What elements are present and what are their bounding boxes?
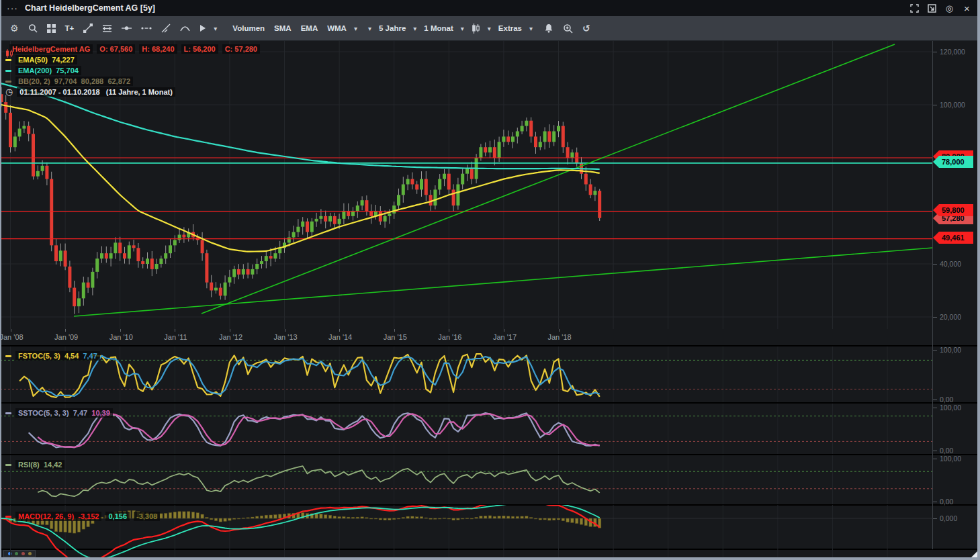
y-axis-tick <box>933 518 937 519</box>
more-indicators-dropdown-icon[interactable]: ▾ <box>365 25 374 32</box>
window-menu-icon[interactable]: ··· <box>7 5 18 11</box>
y-axis-tick <box>933 317 937 318</box>
search-icon[interactable] <box>24 19 42 38</box>
x-axis-tick <box>230 329 230 332</box>
panel-dot[interactable] <box>15 552 18 555</box>
toolbar: ⚙ T+ <box>0 16 980 41</box>
legend-bb-row[interactable]: BB(20, 2) 97,704 80,288 62,872 <box>5 77 260 86</box>
zoom-in-icon[interactable] <box>558 19 578 38</box>
fstoc-legend[interactable]: FSTOC(5, 3) 4,54 7,47 <box>5 351 100 362</box>
y-axis-tick <box>933 459 937 459</box>
x-axis-label: Jan '09 <box>54 333 78 341</box>
tools-dropdown-icon[interactable]: ▾ <box>211 25 220 32</box>
period-button[interactable]: 5 Jahre <box>374 19 410 38</box>
fstoc-plot[interactable] <box>0 346 933 403</box>
x-axis-tick <box>11 329 11 332</box>
y-axis-label: 100,000 <box>940 101 965 109</box>
x-axis-tick <box>394 329 395 332</box>
layout-grid-icon[interactable] <box>42 19 60 38</box>
sstoc-d-line <box>38 414 599 447</box>
x-axis-label: Jan '18 <box>548 333 572 341</box>
horizontal-line-tool-icon[interactable] <box>117 19 136 38</box>
undo-icon[interactable]: ↺ <box>578 19 595 38</box>
popout-icon[interactable] <box>927 3 937 13</box>
y-axis-tick <box>933 264 937 265</box>
ema200-value: 75,704 <box>56 66 79 75</box>
panel-dot[interactable] <box>21 552 25 555</box>
ema200-dash-icon <box>5 70 11 72</box>
rsi-legend[interactable]: RSI(8) 14,42 <box>5 460 64 471</box>
ema50-label: EMA(50) <box>18 56 48 64</box>
wma-button[interactable]: WMA <box>322 19 351 38</box>
chart-type-candle-icon[interactable] <box>467 19 485 38</box>
legend-quote-row[interactable]: HeidelbergCement AG O: 67,560 H: 68,240 … <box>5 44 260 54</box>
window-edge-right[interactable] <box>977 0 980 560</box>
interval-dropdown-icon[interactable]: ▾ <box>458 25 467 32</box>
window-edge-left[interactable] <box>0 0 1 560</box>
y-axis-label: 20,000 <box>940 313 961 321</box>
x-axis-label: Jan '10 <box>109 333 133 341</box>
x-axis-tick <box>285 329 285 332</box>
ema50-line <box>1 105 600 252</box>
sstoc-dash-icon <box>5 412 11 414</box>
fstoc-d-value: 7,47 <box>83 352 97 360</box>
macd-legend[interactable]: MACD(12, 26, 9) -3,152 0,156 -3,308 <box>5 512 160 522</box>
arc-tool-icon[interactable] <box>175 19 195 38</box>
trend-line <box>202 44 895 314</box>
price-tag[interactable]: 49,461 <box>933 232 973 244</box>
rsi-dash-icon <box>5 464 11 466</box>
rsi-value: 14,42 <box>44 461 62 469</box>
x-axis-tick <box>559 329 560 332</box>
x-axis-tick <box>120 329 121 332</box>
fstoc-k-value: 4,54 <box>64 352 79 360</box>
y-axis-tick <box>933 105 937 105</box>
ema-button[interactable]: EMA <box>296 19 323 38</box>
dotted-line-tool-icon[interactable] <box>136 19 157 38</box>
extras-dropdown-icon[interactable]: ▾ <box>527 25 535 32</box>
interval-button[interactable]: 1 Monat <box>419 19 457 38</box>
clock-icon: ◷ <box>5 87 13 97</box>
ema200-label: EMA(200) <box>18 66 52 75</box>
alert-bell-icon[interactable] <box>539 19 558 38</box>
close-icon[interactable]: × <box>962 3 972 13</box>
eraser-tool-icon[interactable] <box>157 19 175 38</box>
sma-button[interactable]: SMA <box>269 19 296 38</box>
indicator-dropdown-icon[interactable]: ▾ <box>351 25 360 32</box>
x-axis-label: Jan '11 <box>164 333 187 341</box>
x-axis-label: Jan '16 <box>438 333 461 341</box>
panel-dot[interactable] <box>8 552 11 555</box>
forecast-tool-icon[interactable] <box>195 19 211 38</box>
x-axis: Jan '08Jan '09Jan '10Jan '11Jan '12Jan '… <box>0 329 933 346</box>
x-axis-label: Jan '12 <box>219 333 242 341</box>
x-axis-label: Jan '15 <box>384 333 407 341</box>
resize-handle[interactable] <box>971 551 977 557</box>
sstoc-legend[interactable]: SSTOC(5, 3, 3) 7,47 10,39 <box>5 408 113 419</box>
rsi-plot[interactable] <box>0 455 933 505</box>
fibonacci-tool-icon[interactable] <box>97 19 117 38</box>
legend-ema200-row[interactable]: EMA(200) 75,704 <box>5 66 260 75</box>
bb-upper: 97,704 <box>54 77 77 85</box>
fullscreen-icon[interactable] <box>909 3 920 13</box>
x-axis-label: Jan '14 <box>328 333 352 341</box>
ema50-dash-icon <box>5 59 11 61</box>
legend-ema50-row[interactable]: EMA(50) 74,227 <box>5 55 260 64</box>
panel-dot[interactable] <box>28 552 32 555</box>
price-tag[interactable]: 59,800 <box>933 204 973 216</box>
extras-button[interactable]: Extras <box>494 19 527 38</box>
x-axis-label: Jan '17 <box>493 333 517 341</box>
range-period: 01.11.2007 - 01.10.2018 <box>19 88 99 96</box>
period-dropdown-icon[interactable]: ▾ <box>410 25 419 32</box>
settings-gear-icon[interactable]: ⚙ <box>5 19 24 38</box>
record-icon[interactable]: ◎ <box>944 3 954 13</box>
chart-type-dropdown-icon[interactable]: ▾ <box>485 25 494 32</box>
chart-window: ··· Chart HeidelbergCement AG [5y] ◎ × ⚙… <box>0 0 980 560</box>
macd-label: MACD(12, 26, 9) <box>18 512 74 520</box>
y-axis-label: 100,00 <box>940 346 961 354</box>
window-edge-bottom[interactable] <box>0 557 980 560</box>
volumen-button[interactable]: Volumen <box>228 19 269 38</box>
trendline-tool-icon[interactable] <box>79 19 97 38</box>
price-tag[interactable]: 78,000 <box>933 156 973 168</box>
sstoc-plot[interactable] <box>0 403 933 455</box>
titlebar: ··· Chart HeidelbergCement AG [5y] ◎ × <box>0 0 980 16</box>
text-tool-icon[interactable]: T+ <box>60 19 79 38</box>
